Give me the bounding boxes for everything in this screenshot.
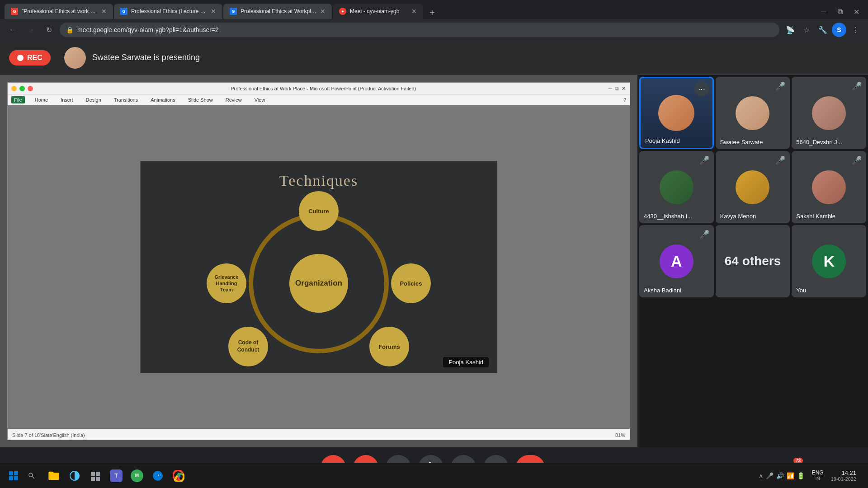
ppt-close[interactable]: ✕: [622, 85, 626, 92]
tab-3-close[interactable]: ✕: [320, 8, 326, 15]
participant-tile-swatee: 🎤 Swatee Sarwate: [716, 77, 790, 149]
cast-icon[interactable]: 📡: [783, 23, 797, 37]
extensions-icon[interactable]: 🔧: [816, 23, 830, 37]
avatar-kavya: [736, 170, 769, 204]
node-code-of-conduct: Code ofConduct: [228, 327, 268, 366]
ppt-help[interactable]: ?: [623, 97, 626, 103]
start-button[interactable]: [5, 467, 23, 485]
battery-icon[interactable]: 🔋: [797, 472, 805, 479]
ribbon-tab-view[interactable]: View: [252, 96, 268, 103]
chevron-up-icon[interactable]: ∧: [759, 472, 763, 479]
taskbar-edge[interactable]: [148, 466, 167, 485]
slide-title: Techniques: [141, 161, 497, 189]
taskbar-search[interactable]: [23, 467, 41, 485]
ppt-minimize[interactable]: ─: [608, 85, 612, 92]
ribbon-tab-review[interactable]: Review: [223, 96, 245, 103]
others-count: 64 others: [725, 254, 781, 268]
url-text: meet.google.com/qyv-oiam-ygb?pli=1&authu…: [77, 26, 219, 33]
participants-panel: ⋯ Pooja Kashid 🎤 Swatee Sarwate 🎤 5640_D…: [637, 75, 868, 447]
svg-rect-8: [96, 477, 100, 481]
taskbar-chrome[interactable]: [169, 466, 188, 485]
tab-2-title: Professional Ethics (Lecture for S...: [131, 8, 207, 14]
slide-lang: English (India): [53, 432, 85, 438]
network-icon[interactable]: 📶: [787, 472, 794, 479]
sys-tray-icons: ∧ 🎤 🔊 📶 🔋: [759, 472, 805, 479]
ppt-ribbon: File Home Insert Design Transitions Anim…: [8, 94, 630, 105]
mic-icon[interactable]: 🎤: [766, 472, 774, 479]
refresh-button[interactable]: ↻: [42, 23, 56, 37]
account-icon[interactable]: S: [832, 23, 846, 37]
tab-1[interactable]: G "Professional Ethics at work plac... ✕: [5, 4, 113, 19]
participant-tile-sakshi: 🎤 Sakshi Kamble: [792, 151, 866, 223]
name-devshri: 5640_Devshri J...: [796, 139, 842, 145]
avatar-devshri: [812, 96, 846, 130]
name-swatee: Swatee Sarwate: [720, 139, 763, 145]
ribbon-tab-design[interactable]: Design: [83, 96, 104, 103]
slide-name-label: Pooja Kashid: [443, 357, 489, 367]
tab-1-close[interactable]: ✕: [101, 8, 107, 15]
presenter-avatar: [64, 47, 86, 69]
taskbar-meet[interactable]: M: [127, 466, 146, 485]
speaker-icon[interactable]: 🔊: [776, 472, 784, 479]
tab-4-meet[interactable]: ● Meet - qyv-oiam-ygb ✕: [333, 4, 423, 19]
tab-2[interactable]: G Professional Ethics (Lecture for S... …: [114, 4, 222, 19]
system-clock[interactable]: 14:21 19-01-2022: [831, 469, 856, 482]
ribbon-tab-animations[interactable]: Animations: [148, 96, 178, 103]
tab-4-close[interactable]: ✕: [411, 8, 417, 15]
clock-date: 19-01-2022: [831, 476, 856, 482]
mute-icon-swatee: 🎤: [775, 81, 785, 91]
ppt-statusbar: Slide 7 of 18 'Slate' English (India) 81…: [8, 429, 630, 440]
minimize-button[interactable]: ─: [816, 5, 831, 19]
ribbon-tab-home[interactable]: Home: [32, 96, 51, 103]
close-window-button[interactable]: ✕: [849, 5, 863, 19]
mute-icon-devshri: 🎤: [852, 81, 862, 91]
nav-right-icons: 📡 ☆ 🔧 S ⋮: [783, 23, 863, 37]
rec-dot: [17, 55, 24, 61]
tab-3[interactable]: G Professional Ethics at Workplace... ✕: [223, 4, 332, 19]
rec-label: REC: [27, 54, 42, 62]
tab-4-title: Meet - qyv-oiam-ygb: [350, 8, 408, 14]
taskbar: T M ∧ 🎤 🔊 📶 🔋 ENG IN 14:21 19-01-2022: [0, 463, 868, 488]
taskbar-task-view[interactable]: [86, 466, 105, 485]
participant-tile-4430: 🎤 4430__Ishshah I...: [639, 151, 714, 223]
menu-icon[interactable]: ⋮: [848, 23, 863, 37]
new-tab-button[interactable]: +: [426, 6, 439, 19]
restore-button[interactable]: ⧉: [833, 5, 847, 19]
taskbar-file-explorer[interactable]: [44, 466, 63, 485]
slide-zoom: 81%: [615, 432, 625, 438]
ppt-slide-area: Techniques Organization Culture Policies: [8, 105, 630, 429]
tab-1-title: "Professional Ethics at work plac...: [22, 8, 98, 14]
ribbon-tab-slideshow[interactable]: Slide Show: [185, 96, 216, 103]
participant-tile-you: K You: [792, 225, 866, 297]
address-bar[interactable]: 🔒 meet.google.com/qyv-oiam-ygb?pli=1&aut…: [60, 23, 779, 37]
ppt-titlebar: Professional Ethics at Work Place - Micr…: [8, 83, 630, 94]
participant-tile-devshri: 🎤 5640_Devshri J...: [792, 77, 866, 149]
more-options-pooja[interactable]: ⋯: [694, 82, 709, 96]
avatar-4430: [660, 170, 693, 204]
ribbon-tab-transitions[interactable]: Transitions: [111, 96, 141, 103]
presenter-name: Swatee Sarwate is presenting: [92, 53, 200, 62]
rec-button[interactable]: REC: [9, 50, 51, 66]
clock-time: 14:21: [831, 469, 856, 476]
forward-button[interactable]: →: [24, 23, 38, 37]
svg-rect-5: [91, 472, 95, 476]
node-culture: Culture: [299, 191, 339, 231]
meet-topbar: REC Swatee Sarwate is presenting: [0, 41, 868, 75]
node-policies: Policies: [391, 263, 431, 303]
presentation-area: Professional Ethics at Work Place - Micr…: [0, 75, 637, 447]
avatar-aksha: A: [660, 244, 693, 278]
participant-tile-kavya: 🎤 Kavya Menon: [716, 151, 790, 223]
navigation-bar: ← → ↻ 🔒 meet.google.com/qyv-oiam-ygb?pli…: [0, 19, 868, 41]
back-button[interactable]: ←: [5, 23, 20, 37]
meet-app: REC Swatee Sarwate is presenting Profess: [0, 41, 868, 488]
ribbon-tab-insert[interactable]: Insert: [58, 96, 76, 103]
taskbar-teams[interactable]: T: [107, 466, 126, 485]
presenter-info: Swatee Sarwate is presenting: [64, 47, 200, 69]
ribbon-tab-file[interactable]: File: [11, 96, 25, 103]
participant-tile-pooja: ⋯ Pooja Kashid: [639, 77, 714, 149]
taskbar-search-app[interactable]: [65, 466, 84, 485]
bookmark-icon[interactable]: ☆: [799, 23, 814, 37]
tab-2-close[interactable]: ✕: [211, 8, 216, 15]
ppt-restore[interactable]: ⧉: [615, 85, 619, 92]
powerpoint-window: Professional Ethics at Work Place - Micr…: [7, 82, 630, 440]
